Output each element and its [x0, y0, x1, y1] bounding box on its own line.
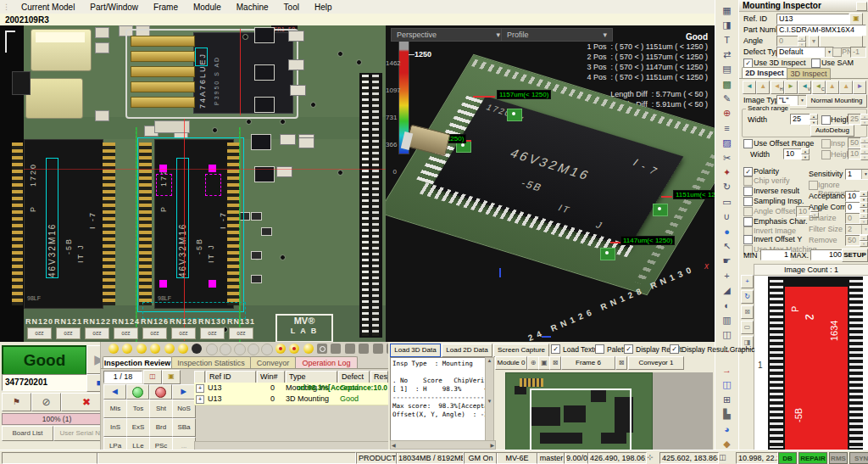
table-header-type[interactable]: Type [286, 371, 337, 383]
quick-filter-sba[interactable]: SBa [172, 418, 196, 437]
module-tool-0-icon[interactable]: ⊕ [527, 356, 539, 370]
dark-indicator-icon[interactable] [192, 344, 202, 354]
image-tool-3-icon[interactable]: ▭ [741, 321, 754, 334]
target-indicator-icon[interactable] [317, 344, 327, 354]
fail-indicator-button[interactable] [149, 384, 172, 400]
button-screen-capture[interactable]: Screen Capture [493, 344, 549, 357]
menu-current-model[interactable]: Current Model [14, 2, 81, 13]
camera-2d-view[interactable]: FR1 5074A76LUEJP3950 S AD1720P46V32M16-5… [0, 25, 386, 342]
review-tab-conveyor[interactable]: Conveyor [250, 356, 296, 369]
teach-arrow-icon[interactable]: ◄ [743, 81, 756, 94]
menu-machine[interactable]: Machine [230, 2, 275, 13]
off-indicator-icon[interactable] [248, 344, 259, 355]
draw-tool-icon[interactable]: ✎ [719, 92, 735, 105]
corner-view-icon[interactable]: ◢ [719, 284, 735, 298]
teach-arrow-icon[interactable]: ▲ [839, 81, 853, 94]
conveyor-button[interactable]: Conveyor 1 [628, 356, 684, 370]
defect-type-select[interactable]: Default▼ [776, 47, 834, 58]
pointer-tool-icon[interactable]: ↖ [719, 239, 735, 253]
review-tab-inspection-review[interactable]: Inspection Review [103, 356, 172, 369]
invert-offset-y-checkbox[interactable] [743, 235, 753, 244]
pie-chart-icon[interactable]: ◕ [719, 422, 735, 436]
teach-arrow-icon[interactable]: ▲ [756, 81, 770, 94]
bulb-indicator-icon[interactable] [136, 344, 147, 354]
module-tool-1-icon[interactable]: ▣ [538, 356, 550, 370]
dev-indicator-icon[interactable] [345, 344, 355, 354]
teach-arrow-icon[interactable]: ◄C [812, 81, 826, 94]
mic-indicator-icon[interactable] [331, 344, 341, 354]
autodebug-button[interactable]: AutoDebug [810, 125, 854, 137]
ref-id-field[interactable]: U13 [776, 14, 849, 25]
row-expander-icon[interactable]: + [196, 395, 204, 404]
menu-tool[interactable]: Tool [277, 2, 306, 13]
tool-button[interactable]: ⚑ [2, 393, 31, 411]
result-hscrollbar[interactable]: ◀▶ [390, 440, 496, 450]
off-indicator-icon[interactable] [261, 344, 273, 355]
result-vscrollbar[interactable]: ▲▼ [485, 357, 494, 441]
image-tool-0-icon[interactable]: + [741, 275, 754, 288]
cam-indicator-icon[interactable] [373, 344, 383, 354]
bulb-indicator-icon[interactable] [178, 344, 188, 354]
max-field[interactable]: 100 [810, 249, 844, 260]
off-indicator-icon[interactable] [220, 344, 231, 355]
copy-window-icon[interactable]: ◫ [719, 378, 735, 392]
quick-filter-brd[interactable]: Brd [149, 418, 173, 437]
grid-view-icon[interactable]: ▦ [719, 3, 735, 17]
view-3d[interactable]: Perspective▾ Profile▾ 1250 Good 1 Pos : … [386, 25, 715, 342]
chevron-down-icon[interactable]: ▼ [861, 170, 868, 179]
emphasis-char-checkbox[interactable] [743, 217, 753, 226]
bulb-indicator-icon[interactable] [122, 344, 132, 354]
quick-filter-tos[interactable]: Tos [126, 400, 150, 418]
bulb-indicator-icon[interactable] [303, 344, 314, 354]
teach-arrow-icon[interactable]: ◄H [771, 81, 784, 94]
search-width-spinner[interactable]: ▲▼ [810, 114, 818, 125]
review-tab-operation-log[interactable]: Operation Log [295, 356, 358, 369]
polarity-checkbox[interactable]: ✓ [743, 167, 753, 176]
bar-chart-icon[interactable]: ▙ [719, 408, 735, 422]
teach-arrow-icon[interactable]: ◄V [798, 81, 811, 94]
teach-arrow-icon[interactable]: ► [853, 81, 866, 94]
quick-filter-ins[interactable]: InS [103, 418, 127, 437]
sphere-view-icon[interactable]: ● [719, 225, 735, 238]
window-copy-icon[interactable]: ◫ [719, 328, 735, 342]
select-rect-icon[interactable]: ▭ [719, 195, 735, 209]
flip-tool-icon[interactable]: ⇄ [719, 48, 735, 61]
spin-up-icon[interactable]: ▲ [860, 202, 868, 208]
sensitivity-select[interactable]: 1▼ [845, 169, 868, 180]
board-list-button[interactable]: Board List [2, 426, 53, 441]
button-load-3d-data[interactable]: Load 3D Data [390, 344, 441, 357]
pn-field[interactable]: -1 [850, 47, 866, 58]
table-header-ref-id[interactable]: Ref ID [206, 371, 256, 383]
frame-tool-icon[interactable]: ⊠ [615, 356, 627, 370]
tab-2d-inspect[interactable]: 2D Inspect [742, 67, 787, 79]
bulb-indicator-icon[interactable] [164, 344, 175, 354]
send-result-icon[interactable]: → [719, 363, 735, 377]
cut-tool-icon[interactable]: ✂ [719, 151, 735, 165]
board-serial-field[interactable]: 347720201 [2, 374, 88, 391]
quick-filter-nos[interactable]: NoS [172, 400, 196, 418]
rotate-tool-icon[interactable]: ↻ [719, 181, 735, 194]
min-field[interactable]: 1 [760, 249, 791, 260]
teach-arrow-icon[interactable]: ► [784, 81, 798, 94]
marker-tool-icon[interactable]: ✦ [719, 165, 735, 179]
quick-filter-sht[interactable]: Sht [149, 400, 173, 418]
menu-module[interactable]: Module [186, 2, 228, 13]
part-number-field[interactable]: C.I.SDRAM-8MX16X4 [776, 25, 866, 36]
use-offset-range-checkbox[interactable] [743, 139, 753, 148]
view-mode-select[interactable]: Perspective▾ [391, 28, 506, 42]
image-tool-1-icon[interactable]: ↻ [741, 290, 754, 304]
rows-view-icon[interactable]: ▥ [719, 313, 735, 327]
table-header-win[interactable]: Win# [257, 371, 285, 383]
chevron-down-icon[interactable]: ▼ [798, 96, 806, 105]
off-indicator-icon[interactable] [206, 344, 218, 355]
spin-down-icon[interactable]: ▼ [801, 154, 810, 160]
use-sam-checkbox[interactable] [811, 59, 821, 68]
setup-button[interactable]: SETUP [842, 249, 868, 262]
text-tool-icon[interactable]: T [719, 33, 735, 47]
off-indicator-icon[interactable] [234, 344, 246, 355]
module-tool-2-icon[interactable]: ⊠ [549, 356, 561, 370]
table-header-res[interactable]: Res [370, 371, 388, 383]
table-header-defect[interactable]: Defect [338, 371, 370, 383]
bulb-indicator-icon[interactable] [150, 344, 160, 354]
row-expander-icon[interactable]: + [196, 384, 204, 393]
